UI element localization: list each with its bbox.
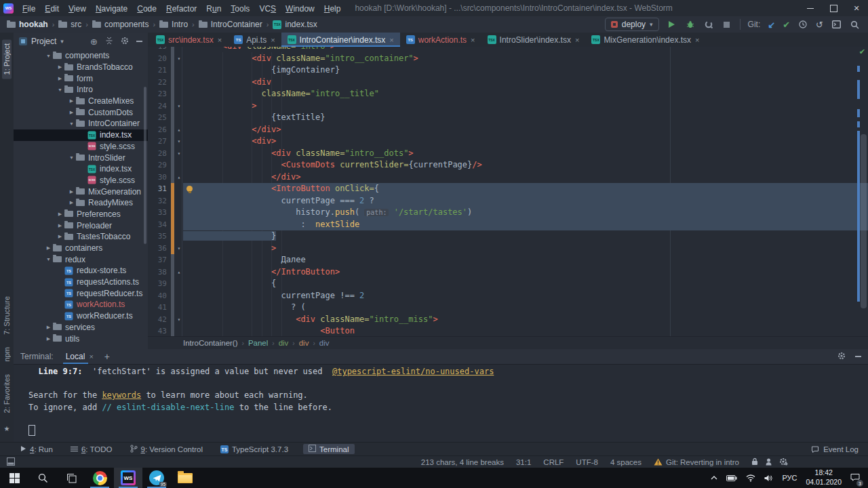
maximize-button[interactable] bbox=[822, 0, 845, 16]
chevron-right-icon[interactable]: ▶ bbox=[56, 234, 64, 239]
fold-collapse-icon[interactable]: ▾ bbox=[175, 314, 183, 326]
taskbar-telegram-button[interactable]: 95 bbox=[142, 468, 171, 488]
close-icon[interactable]: × bbox=[575, 36, 579, 44]
hide-terminal-button[interactable] bbox=[855, 356, 861, 357]
chevron-right-icon[interactable]: ▶ bbox=[56, 223, 64, 228]
console-button[interactable] bbox=[831, 19, 842, 30]
battery-icon[interactable] bbox=[726, 475, 737, 481]
tree-item-containers[interactable]: ▶containers bbox=[14, 243, 148, 254]
action-center-button[interactable]: 3 bbox=[850, 472, 860, 484]
minimize-button[interactable] bbox=[799, 0, 822, 16]
editor-breadcrumb-div[interactable]: div bbox=[299, 339, 309, 347]
tree-item-components[interactable]: ▼components bbox=[14, 50, 148, 62]
editor-breadcrumb-panel[interactable]: Panel bbox=[248, 339, 268, 347]
update-project-button[interactable]: ↙ bbox=[768, 20, 775, 29]
fold-collapse-icon[interactable]: ▾ bbox=[175, 136, 183, 148]
close-button[interactable]: ✕ bbox=[845, 0, 868, 16]
menu-refactor[interactable]: Refactor bbox=[161, 3, 201, 15]
breadcrumb-intro[interactable]: Intro bbox=[159, 20, 188, 29]
fold-collapse-icon[interactable]: ▾ bbox=[175, 148, 183, 160]
tab-src-index-tsx[interactable]: TSXsrc\index.tsx× bbox=[150, 33, 228, 47]
breadcrumb-introcontainer[interactable]: IntroContainer bbox=[199, 20, 262, 29]
toolwindow-button-9-version-control[interactable]: 9: Version Control bbox=[130, 445, 203, 454]
close-icon[interactable]: × bbox=[389, 36, 393, 44]
chevron-right-icon[interactable]: ▶ bbox=[56, 211, 64, 217]
tab-mixgeneration-index-tsx[interactable]: TSXMixGeneration\index.tsx× bbox=[585, 33, 705, 47]
search-everywhere-button[interactable] bbox=[849, 19, 860, 30]
menu-file[interactable]: File bbox=[18, 3, 40, 15]
close-icon[interactable]: × bbox=[89, 352, 93, 361]
intention-bulb-icon[interactable] bbox=[186, 186, 193, 192]
tree-item-style-scss[interactable]: SCSSstyle.scss bbox=[14, 141, 148, 152]
history-button[interactable] bbox=[797, 19, 808, 30]
settings-button[interactable] bbox=[121, 35, 129, 47]
stripe-project-button[interactable]: 1: Project bbox=[2, 39, 12, 79]
menu-help[interactable]: Help bbox=[319, 3, 346, 15]
tree-item-style-scss[interactable]: SCSSstyle.scss bbox=[14, 175, 148, 186]
taskbar-search-button[interactable] bbox=[28, 468, 57, 488]
language-indicator[interactable]: РУС bbox=[782, 474, 797, 482]
menu-edit[interactable]: Edit bbox=[40, 3, 64, 15]
editor-breadcrumb-div[interactable]: div bbox=[279, 339, 289, 347]
run-with-coverage-button[interactable] bbox=[703, 19, 714, 30]
toolwindow-button-4-run[interactable]: 4: Run bbox=[20, 445, 53, 453]
tree-item-customdots[interactable]: ▶CustomDots bbox=[14, 106, 148, 118]
tab-workaction-ts[interactable]: TSworkAction.ts× bbox=[400, 33, 481, 47]
inspections-status-icon[interactable]: ✔ bbox=[859, 47, 865, 56]
tree-item-introslider[interactable]: ▼IntroSlider bbox=[14, 152, 148, 163]
status-crlf[interactable]: CRLF bbox=[543, 458, 564, 466]
tree-item-brandstobacco[interactable]: ▶BrandsTobacco bbox=[14, 62, 148, 73]
tree-scrollbar[interactable] bbox=[144, 87, 146, 244]
tree-item-form[interactable]: ▶form bbox=[14, 73, 148, 84]
terminal-tab-local[interactable]: Local× bbox=[64, 350, 95, 363]
chevron-down-icon[interactable]: ▼ bbox=[67, 155, 76, 160]
status-4-spaces[interactable]: 4 spaces bbox=[610, 458, 642, 466]
chevron-right-icon[interactable]: ▶ bbox=[56, 76, 64, 81]
rollback-button[interactable]: ↺ bbox=[816, 20, 823, 29]
volume-icon[interactable] bbox=[764, 474, 773, 482]
chevron-right-icon[interactable]: ▶ bbox=[67, 110, 76, 115]
tree-item-mixgeneration[interactable]: ▶MixGeneration bbox=[14, 186, 148, 197]
start-button[interactable] bbox=[0, 468, 28, 488]
tree-item-index-tsx[interactable]: TSXindex.tsx bbox=[14, 129, 148, 141]
chevron-right-icon[interactable]: ▶ bbox=[67, 200, 76, 205]
code-editor[interactable]: 19 <div className="intro">20▾ <div class… bbox=[148, 47, 868, 337]
project-panel-title[interactable]: Project bbox=[31, 37, 56, 46]
tree-item-readymixes[interactable]: ▶ReadyMixes bbox=[14, 197, 148, 209]
stripe-favorites-button[interactable]: 2: Favorites bbox=[3, 374, 11, 413]
breadcrumb-hookah[interactable]: hookah bbox=[7, 20, 48, 29]
menu-window[interactable]: Window bbox=[281, 3, 319, 15]
fold-collapse-icon[interactable]: ▾ bbox=[175, 53, 183, 65]
tree-item-requestactions-ts[interactable]: TSrequestActions.ts bbox=[14, 277, 148, 288]
chevron-right-icon[interactable]: ▶ bbox=[44, 245, 53, 251]
breadcrumb-index-tsx[interactable]: TSXindex.tsx bbox=[273, 20, 317, 29]
run-button[interactable] bbox=[667, 19, 677, 30]
fold-collapse-icon[interactable]: ▾ bbox=[175, 243, 183, 255]
chevron-right-icon[interactable]: ▶ bbox=[67, 98, 76, 104]
close-icon[interactable]: × bbox=[695, 36, 699, 44]
taskbar-chrome-button[interactable] bbox=[85, 468, 114, 488]
tab-introslider-index-tsx[interactable]: TSXIntroSlider\index.tsx× bbox=[481, 33, 586, 47]
close-icon[interactable]: × bbox=[218, 36, 222, 44]
tree-item-utils[interactable]: ▶utils bbox=[14, 333, 148, 344]
status-31-1[interactable]: 31:1 bbox=[516, 458, 531, 466]
chevron-down-icon[interactable]: ▼ bbox=[44, 257, 53, 262]
tree-item-introcontainer[interactable]: ▼IntroContainer bbox=[14, 118, 148, 129]
editor-scrollbar[interactable] bbox=[861, 134, 867, 308]
task-view-button[interactable] bbox=[57, 468, 85, 488]
hector-button[interactable] bbox=[765, 458, 772, 467]
chevron-down-icon[interactable]: ▼ bbox=[56, 87, 64, 92]
toolwindow-switcher-icon[interactable] bbox=[7, 458, 15, 467]
new-terminal-button[interactable]: + bbox=[104, 351, 110, 362]
menu-code[interactable]: Code bbox=[132, 3, 161, 15]
terminal-output[interactable]: Line 9:7: 'fetchStart' is assigned a val… bbox=[14, 364, 868, 442]
tab-introcontainer-index-tsx[interactable]: TSXIntroContainer\index.tsx× bbox=[281, 33, 400, 47]
tree-item-index-tsx[interactable]: TSXindex.tsx bbox=[14, 163, 148, 175]
editor-breadcrumb-div[interactable]: div bbox=[319, 339, 330, 347]
status-213-chars-4-line-breaks[interactable]: 213 chars, 4 line breaks bbox=[421, 458, 504, 466]
collapse-all-button[interactable] bbox=[105, 35, 113, 47]
close-icon[interactable]: × bbox=[271, 36, 275, 44]
taskbar-webstorm-button[interactable]: WS bbox=[114, 468, 142, 488]
lock-button[interactable] bbox=[751, 458, 758, 467]
tree-item-createmixes[interactable]: ▶CreateMixes bbox=[14, 96, 148, 107]
